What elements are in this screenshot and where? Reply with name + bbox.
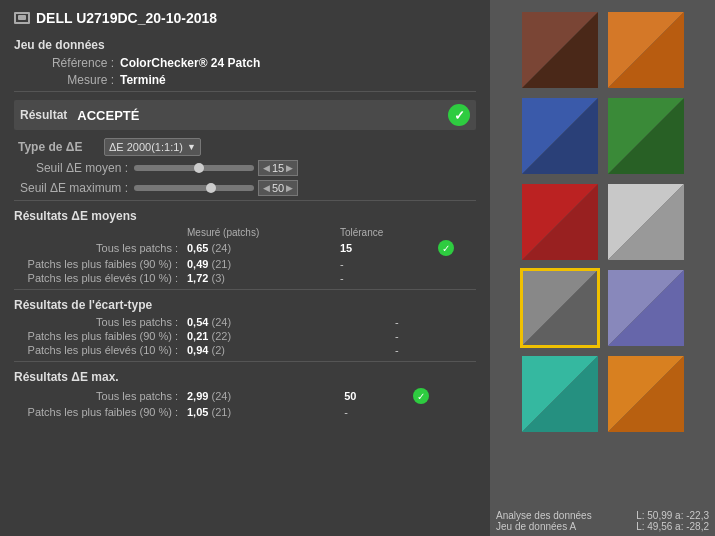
faibles-90-label: Patchs les plus faibles (90 %) : xyxy=(14,257,184,271)
seuil-max-slider-container: ◀ 50 ▶ xyxy=(134,180,298,196)
eleves-10a-tol: - xyxy=(340,272,344,284)
faibles-90b-paren: (22) xyxy=(211,330,231,342)
eleves-10a-val: 1,72 xyxy=(187,272,208,284)
result-value: ACCEPTÉ xyxy=(77,108,448,123)
bottom-info: Analyse des données L: 50,99 a: -22,3 Je… xyxy=(496,510,709,532)
seuil-max-row: Seuil ΔE maximum : ◀ 50 ▶ xyxy=(14,180,476,196)
seuil-max-right-arrow[interactable]: ▶ xyxy=(286,183,293,193)
faibles-90c-paren: (21) xyxy=(211,406,231,418)
delta-max-table: Tous les patchs : 2,99 (24) 50 ✓ Patchs … xyxy=(14,387,476,419)
reference-value: ColorChecker® 24 Patch xyxy=(120,56,260,70)
seuil-max-track[interactable] xyxy=(134,185,254,191)
color-patch-7[interactable] xyxy=(520,268,600,348)
table-row: Patchs les plus élevés (10 %) : 0,94 (2)… xyxy=(14,343,476,357)
tous-patchs-paren: (24) xyxy=(211,242,231,254)
color-patch-3[interactable] xyxy=(520,96,600,176)
eleves-10a-paren: (3) xyxy=(211,272,224,284)
seuil-max-left-arrow[interactable]: ◀ xyxy=(263,183,270,193)
tous-patchs-val: 0,65 xyxy=(187,242,208,254)
table-row: Tous les patchs : 0,54 (24) - xyxy=(14,315,476,329)
color-patch-4[interactable] xyxy=(606,96,686,176)
mesure-label: Mesure : xyxy=(24,73,114,87)
eleves-10b-tol: - xyxy=(395,344,399,356)
faibles-90-tol: - xyxy=(340,258,344,270)
tous-patchs3-tol: 50 xyxy=(344,390,356,402)
result-section: Résultat ACCEPTÉ ✓ xyxy=(14,100,476,130)
jeu-donnees-title: Jeu de données xyxy=(14,38,476,52)
eleves-10a-label: Patchs les plus élevés (10 %) : xyxy=(14,271,184,285)
seuil-moyen-value-box: ◀ 15 ▶ xyxy=(258,160,298,176)
delta-max-title: Résultats ΔE max. xyxy=(14,370,476,384)
eleves-10b-label: Patchs les plus élevés (10 %) : xyxy=(14,343,184,357)
results-moyens-title: Résultats ΔE moyens xyxy=(14,209,476,223)
faibles-90c-label: Patchs les plus faibles (90 %) : xyxy=(14,405,184,419)
table-row: Patchs les plus élevés (10 %) : 1,72 (3)… xyxy=(14,271,476,285)
table-row: Patchs les plus faibles (90 %) : 0,49 (2… xyxy=(14,257,476,271)
faibles-90b-label: Patchs les plus faibles (90 %) : xyxy=(14,329,184,343)
tous-patchs2-tol: - xyxy=(395,316,399,328)
eleves-10b-val: 0,94 xyxy=(187,344,208,356)
tous-patchs2-label: Tous les patchs : xyxy=(14,315,184,329)
faibles-90c-tol: - xyxy=(344,406,348,418)
result-label: Résultat xyxy=(20,108,67,122)
seuil-max-value-box: ◀ 50 ▶ xyxy=(258,180,298,196)
table-row: Tous les patchs : 2,99 (24) 50 ✓ xyxy=(14,387,476,405)
tous-patchs-check: ✓ xyxy=(438,240,454,256)
color-patch-10[interactable] xyxy=(606,354,686,434)
seuil-max-thumb[interactable] xyxy=(206,183,216,193)
type-delta-label: Type de ΔE xyxy=(18,140,98,154)
tous-patchs2-paren: (24) xyxy=(211,316,231,328)
bottom-info-analyse-row: Analyse des données L: 50,99 a: -22,3 xyxy=(496,510,709,521)
delta-type-dropdown[interactable]: ΔE 2000(1:1:1) ▼ xyxy=(104,138,201,156)
tous-patchs3-check: ✓ xyxy=(413,388,429,404)
tous-patchs2-val: 0,54 xyxy=(187,316,208,328)
faibles-90b-val: 0,21 xyxy=(187,330,208,342)
seuil-moyen-slider-container: ◀ 15 ▶ xyxy=(134,160,298,176)
mesure-row: Mesure : Terminé xyxy=(14,73,476,87)
mesure-value: Terminé xyxy=(120,73,166,87)
faibles-90-paren: (21) xyxy=(211,258,231,270)
col-tolerance-header: Tolérance xyxy=(330,226,435,239)
faibles-90c-val: 1,05 xyxy=(187,406,208,418)
seuil-moyen-track[interactable] xyxy=(134,165,254,171)
color-patch-2[interactable] xyxy=(606,10,686,90)
seuil-moyen-value: 15 xyxy=(272,162,284,174)
col-mesure-header: Mesuré (patchs) xyxy=(184,226,330,239)
table-row: Patchs les plus faibles (90 %) : 0,21 (2… xyxy=(14,329,476,343)
color-patch-1[interactable] xyxy=(520,10,600,90)
bottom-jeu-label: Jeu de données A xyxy=(496,521,576,532)
reference-label: Référence : xyxy=(24,56,114,70)
type-delta-row: Type de ΔE ΔE 2000(1:1:1) ▼ xyxy=(14,138,476,156)
monitor-icon xyxy=(14,12,30,24)
seuil-moyen-row: Seuil ΔE moyen : ◀ 15 ▶ xyxy=(14,160,476,176)
bottom-jeu-vals: L: 49,56 a: -28,2 xyxy=(636,521,709,532)
faibles-90-val: 0,49 xyxy=(187,258,208,270)
ecart-type-table: Tous les patchs : 0,54 (24) - Patchs les… xyxy=(14,315,476,357)
color-patch-5[interactable] xyxy=(520,182,600,262)
dropdown-arrow-icon: ▼ xyxy=(187,142,196,152)
seuil-moyen-thumb[interactable] xyxy=(194,163,204,173)
seuil-moyen-label: Seuil ΔE moyen : xyxy=(18,161,128,175)
left-panel: DELL U2719DC_20-10-2018 Jeu de données R… xyxy=(0,0,490,536)
bottom-info-jeu-row: Jeu de données A L: 49,56 a: -28,2 xyxy=(496,521,709,532)
table-row: Tous les patchs : 0,65 (24) 15 ✓ xyxy=(14,239,476,257)
seuil-max-value: 50 xyxy=(272,182,284,194)
reference-row: Référence : ColorChecker® 24 Patch xyxy=(14,56,476,70)
tous-patchs-label: Tous les patchs : xyxy=(14,239,184,257)
delta-type-value: ΔE 2000(1:1:1) xyxy=(109,141,183,153)
tous-patchs3-val: 2,99 xyxy=(187,390,208,402)
page-title: DELL U2719DC_20-10-2018 xyxy=(36,10,217,26)
seuil-moyen-left-arrow[interactable]: ◀ xyxy=(263,163,270,173)
color-patch-6[interactable] xyxy=(606,182,686,262)
color-patch-8[interactable] xyxy=(606,268,686,348)
seuil-moyen-right-arrow[interactable]: ▶ xyxy=(286,163,293,173)
bottom-analyse-label: Analyse des données xyxy=(496,510,592,521)
patch-grid xyxy=(520,10,686,434)
bottom-analyse-vals: L: 50,99 a: -22,3 xyxy=(636,510,709,521)
seuil-max-label: Seuil ΔE maximum : xyxy=(18,181,128,195)
title-bar: DELL U2719DC_20-10-2018 xyxy=(14,10,476,26)
faibles-90b-tol: - xyxy=(395,330,399,342)
result-check-icon: ✓ xyxy=(448,104,470,126)
right-panel: Analyse des données L: 50,99 a: -22,3 Je… xyxy=(490,0,715,536)
color-patch-9[interactable] xyxy=(520,354,600,434)
